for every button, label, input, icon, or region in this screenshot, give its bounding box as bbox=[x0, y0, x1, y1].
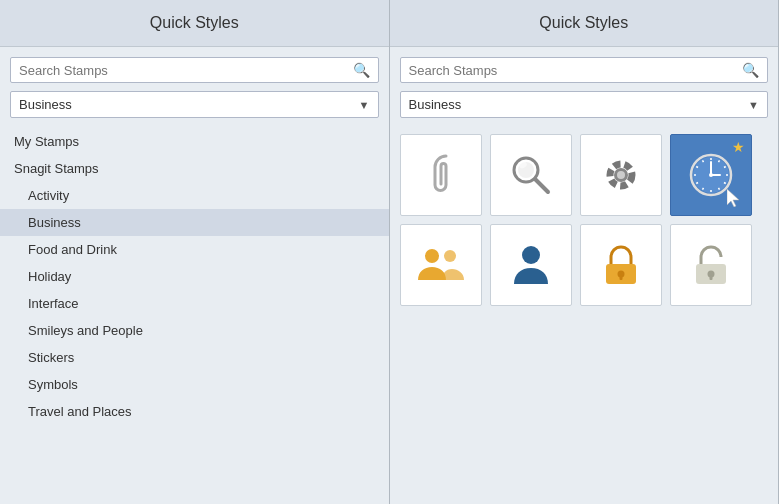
left-list: My StampsSnagit StampsActivityBusinessFo… bbox=[0, 124, 389, 504]
left-panel-title: Quick Styles bbox=[0, 0, 389, 47]
svg-line-2 bbox=[535, 179, 548, 192]
left-search-input[interactable] bbox=[19, 63, 353, 78]
right-dropdown-value: Business bbox=[409, 97, 462, 112]
left-dropdown-arrow-icon: ▼ bbox=[359, 99, 370, 111]
list-item-food-drink[interactable]: Food and Drink bbox=[0, 236, 389, 263]
list-item-interface[interactable]: Interface bbox=[0, 290, 389, 317]
stamp-cell-person-single[interactable] bbox=[490, 224, 572, 306]
stamp-grid-container: ★ bbox=[390, 124, 779, 504]
right-panel: Quick Styles 🔍 Business ▼ bbox=[390, 0, 780, 504]
svg-line-14 bbox=[718, 188, 719, 190]
list-item-business[interactable]: Business bbox=[0, 209, 389, 236]
stamp-cell-person-group[interactable] bbox=[400, 224, 482, 306]
stamp-cell-lock-open[interactable] bbox=[670, 224, 752, 306]
left-search-bar[interactable]: 🔍 bbox=[10, 57, 379, 83]
svg-rect-32 bbox=[709, 275, 712, 280]
list-item-holiday[interactable]: Holiday bbox=[0, 263, 389, 290]
svg-rect-29 bbox=[619, 275, 622, 280]
right-search-input[interactable] bbox=[409, 63, 743, 78]
svg-line-13 bbox=[723, 183, 725, 184]
left-dropdown[interactable]: Business ▼ bbox=[10, 91, 379, 118]
svg-line-20 bbox=[702, 160, 703, 162]
right-search-icon: 🔍 bbox=[742, 62, 759, 78]
list-item-smileys[interactable]: Smileys and People bbox=[0, 317, 389, 344]
star-badge-icon: ★ bbox=[732, 139, 745, 155]
svg-line-19 bbox=[696, 167, 698, 168]
svg-point-6 bbox=[617, 171, 625, 179]
svg-point-25 bbox=[444, 250, 456, 262]
svg-point-26 bbox=[522, 246, 540, 264]
right-search-bar[interactable]: 🔍 bbox=[400, 57, 769, 83]
right-dropdown-arrow-icon: ▼ bbox=[748, 99, 759, 111]
svg-line-10 bbox=[718, 160, 719, 162]
right-panel-title: Quick Styles bbox=[390, 0, 779, 47]
cursor-indicator bbox=[727, 189, 741, 207]
stamp-cell-gear[interactable] bbox=[580, 134, 662, 216]
stamp-cell-clock[interactable]: ★ bbox=[670, 134, 752, 216]
list-item-my-stamps[interactable]: My Stamps bbox=[0, 128, 389, 155]
list-item-travel[interactable]: Travel and Places bbox=[0, 398, 389, 425]
left-dropdown-value: Business bbox=[19, 97, 72, 112]
list-item-activity[interactable]: Activity bbox=[0, 182, 389, 209]
list-item-stickers[interactable]: Stickers bbox=[0, 344, 389, 371]
list-item-symbols[interactable]: Symbols bbox=[0, 371, 389, 398]
stamp-grid: ★ bbox=[390, 124, 779, 316]
svg-line-11 bbox=[723, 167, 725, 168]
list-item-snagit-stamps[interactable]: Snagit Stamps bbox=[0, 155, 389, 182]
svg-line-17 bbox=[696, 183, 698, 184]
svg-line-16 bbox=[702, 188, 703, 190]
right-dropdown[interactable]: Business ▼ bbox=[400, 91, 769, 118]
left-panel: Quick Styles 🔍 Business ▼ My StampsSnagi… bbox=[0, 0, 390, 504]
stamp-cell-paperclip[interactable] bbox=[400, 134, 482, 216]
stamp-cell-magnifier[interactable] bbox=[490, 134, 572, 216]
stamp-cell-lock-closed[interactable] bbox=[580, 224, 662, 306]
svg-point-24 bbox=[425, 249, 439, 263]
left-search-icon: 🔍 bbox=[353, 62, 370, 78]
svg-point-23 bbox=[709, 173, 713, 177]
